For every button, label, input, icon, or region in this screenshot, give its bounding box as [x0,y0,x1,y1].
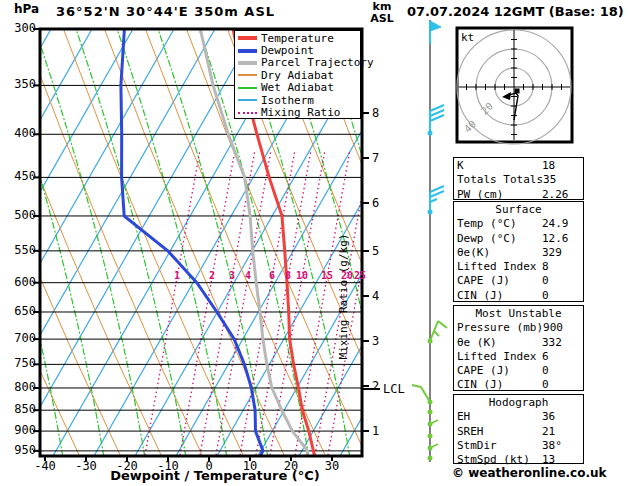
panel-row: Dewp (°C)12.6 [457,232,580,246]
mixing-ratio-value-label: 25 [351,270,369,281]
panel-row-label: CIN (J) [457,378,503,392]
panel-row: Lifted Index8 [457,260,580,274]
temperature-tick-label: -20 [110,459,144,473]
panel-row-label: θe (K) [457,336,497,350]
panel-row: Pressure (mb)900 [457,321,580,335]
panel-row-label: CAPE (J) [457,274,510,288]
panel-row-label: Lifted Index [457,260,536,274]
panel-row-value: 24.9 [542,217,580,231]
panel-row-label: Lifted Index [457,350,536,364]
panel-row: CIN (J)0 [457,378,580,392]
km-tick-label: 8 [372,106,379,120]
legend-item: Temperature [238,32,360,44]
pressure-tick-label: 750 [6,357,36,370]
panel-title: Hodograph [457,396,580,410]
temperature-tick-label: 0 [192,459,226,473]
panel-row-value: 900 [543,321,581,335]
panel-row: CAPE (J)0 [457,274,580,288]
panel-row: Lifted Index6 [457,350,580,364]
mixing-ratio-axis-label: Mixing Ratio (g/kg) [337,232,350,362]
wind-barb-icon [428,456,433,461]
pressure-axis-unit: hPa [14,2,39,16]
panel-row: EH36 [457,410,580,424]
panel-row: CIN (J)0 [457,289,580,303]
pressure-tick-label: 300 [6,22,36,35]
panel-row: SREH21 [457,425,580,439]
pressure-tick-label: 450 [6,170,36,183]
panel-row-value: 18 [542,159,580,173]
temperature-tick-label: 20 [274,459,308,473]
panel-row-value: 35 [543,173,581,187]
legend-swatch-thick [238,61,257,65]
pressure-tick-label: 350 [6,78,36,91]
legend-item: Wet Adiabat [238,82,360,94]
panel-row-value: 8 [542,260,580,274]
wind-barb-icon [428,444,439,451]
panel-title: Surface [457,203,580,217]
km-tick-label: 6 [372,196,379,210]
mixing-ratio-line [145,150,200,455]
lcl-label: LCL [383,382,405,396]
panel-row-label: K [457,159,464,173]
wind-barb-icon [428,420,439,427]
wet-adiabat-line [32,20,147,470]
panel-title: Most Unstable [457,307,580,321]
chart-datetime: 07.07.2024 12GMT (Base: 18) [407,4,624,19]
wet-adiabat-line [73,20,188,470]
panel-row-label: θe(K) [457,246,490,260]
pressure-tick-label: 700 [6,332,36,345]
pressure-tick-label: 400 [6,127,36,140]
km-tick-label: 7 [372,151,379,165]
legend-label: Wet Adiabat [261,82,334,93]
panel-row-label: CIN (J) [457,289,503,303]
dry-adiabat-line [19,20,209,470]
legend-swatch-thick [238,36,257,40]
panel-row-value: 13 [542,453,580,467]
altitude-unit-asl: ASL [366,13,398,25]
legend-label: Temperature [261,33,334,44]
stats-panel-most-unstable: Most UnstablePressure (mb)900θe (K)332Li… [453,305,584,391]
stats-panel-surface: SurfaceTemp (°C)24.9Dewp (°C)12.6θe(K)32… [453,201,584,302]
legend-label: Dewpoint [261,45,314,56]
km-tick-label: 2 [372,379,379,393]
panel-row-label: Totals Totals [457,173,543,187]
mixing-ratio-line [180,150,235,455]
legend-item: Dewpoint [238,44,360,56]
temperature-tick-label: -40 [28,459,62,473]
km-tick-label: 5 [372,244,379,258]
legend-swatch-thin [238,87,257,89]
legend-label: Parcel Trajectory [261,57,374,68]
panel-row-label: CAPE (J) [457,364,510,378]
mixing-ratio-value-label: 10 [293,270,311,281]
legend-swatch-thick [238,49,257,53]
temperature-tick-label: -30 [69,459,103,473]
temperature-tick-label: 10 [233,459,267,473]
panel-row-value: 6 [542,350,580,364]
legend-item: Dry Adiabat [238,69,360,81]
panel-row: StmSpd (kt)13 [457,453,580,467]
stats-panel: K18Totals Totals35PW (cm)2.26 [453,157,584,200]
copyright: © weatheronline.co.uk [452,466,607,480]
panel-row-value: 12.6 [542,232,580,246]
pressure-tick-label: 800 [6,381,36,394]
panel-row-value: 21 [542,425,580,439]
hodograph-marker [515,88,520,93]
page-title: 36°52'N 30°44'E 350m ASL [56,4,275,19]
panel-row-value: 0 [542,378,580,392]
pressure-tick-label: 900 [6,424,36,437]
km-tick-label: 4 [372,289,379,303]
altitude-axis-unit: km ASL [366,1,398,25]
panel-row-label: Temp (°C) [457,217,517,231]
panel-row-label: StmDir [457,439,497,453]
legend-swatch-thin [238,99,257,101]
legend-swatch-thin [238,74,257,76]
panel-row-value: 0 [542,289,580,303]
wet-adiabat-line [606,20,629,470]
pressure-tick-label: 650 [6,305,36,318]
panel-row: K18 [457,159,580,173]
panel-row: θe (K)332 [457,336,580,350]
panel-row-value: 2.26 [542,188,580,202]
legend-item: Isotherm [238,94,360,106]
mixing-ratio-value-label: 1 [168,270,186,281]
mixing-ratio-line [270,150,325,455]
